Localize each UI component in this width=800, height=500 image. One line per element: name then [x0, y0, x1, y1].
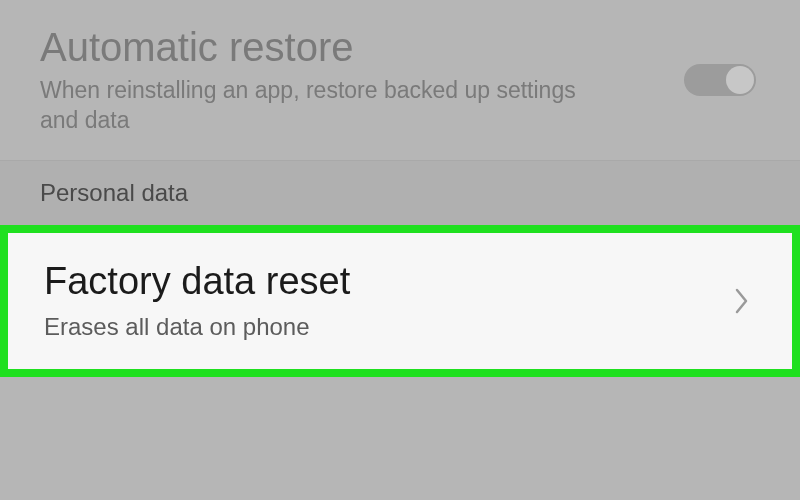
automatic-restore-row[interactable]: Automatic restore When reinstalling an a… [0, 0, 800, 161]
automatic-restore-text: Automatic restore When reinstalling an a… [40, 24, 684, 136]
chevron-right-icon [734, 287, 750, 315]
settings-screen: Automatic restore When reinstalling an a… [0, 0, 800, 500]
factory-data-reset-subtitle: Erases all data on phone [44, 313, 714, 341]
section-header-personal-data: Personal data [0, 161, 800, 225]
automatic-restore-title: Automatic restore [40, 24, 644, 70]
factory-data-reset-text: Factory data reset Erases all data on ph… [44, 261, 714, 341]
automatic-restore-subtitle: When reinstalling an app, restore backed… [40, 76, 600, 136]
toggle-knob [726, 66, 754, 94]
factory-data-reset-row[interactable]: Factory data reset Erases all data on ph… [8, 233, 792, 369]
empty-space [0, 377, 800, 457]
automatic-restore-toggle[interactable] [684, 64, 756, 96]
factory-data-reset-title: Factory data reset [44, 261, 714, 303]
highlight-frame: Factory data reset Erases all data on ph… [0, 225, 800, 377]
